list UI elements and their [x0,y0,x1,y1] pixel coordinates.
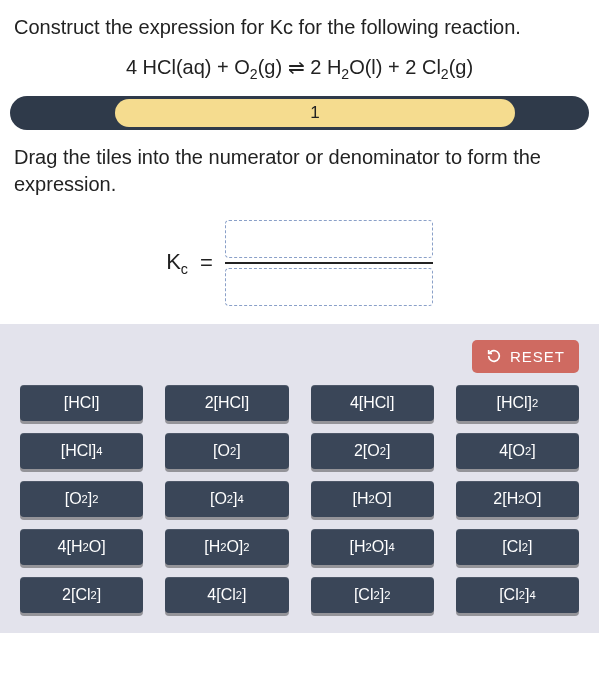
reset-button[interactable]: RESET [472,340,579,373]
tile-13[interactable]: [H2O]2 [165,529,288,565]
equals-sign: = [200,250,213,276]
instruction-text: Drag the tiles into the numerator or den… [0,136,599,212]
progress-bar: 1 [10,96,589,130]
tile-grid: [HCl]2[HCl]4[HCl][HCl]2[HCl]4[O2]2[O2]4[… [20,385,579,613]
kc-sub: c [181,261,188,277]
reaction-lhs2-sub: 2 [250,66,258,82]
progress-value: 1 [115,99,515,127]
tile-11[interactable]: 2[H2O] [456,481,579,517]
denominator-dropzone[interactable] [225,268,433,306]
question-text: Construct the expression for Kc for the … [0,0,599,49]
reset-label: RESET [510,348,565,365]
reaction-rhs1-sub: 2 [341,66,349,82]
tile-18[interactable]: [Cl2]2 [311,577,434,613]
reaction-equation: 4 HCl(aq) + O2(g) ⇌ 2 H2O(l) + 2 Cl2(g) [0,49,599,92]
reaction-rhs2-coef: 2 [405,56,422,78]
reaction-rhs2-state: (g) [449,56,473,78]
kc-base: K [166,249,181,274]
tile-14[interactable]: [H2O]4 [311,529,434,565]
tile-3[interactable]: [HCl]2 [456,385,579,421]
tile-15[interactable]: [Cl2] [456,529,579,565]
fraction-line [225,262,433,264]
tile-19[interactable]: [Cl2]4 [456,577,579,613]
reaction-rhs2: Cl [422,56,441,78]
reaction-lhs1-coef: 4 [126,56,143,78]
fraction [225,220,433,306]
reaction-plus1: + [211,56,234,78]
tile-17[interactable]: 4[Cl2] [165,577,288,613]
undo-icon [486,348,502,364]
tile-7[interactable]: 4[O2] [456,433,579,469]
kc-label: Kc [166,249,188,277]
tile-5[interactable]: [O2] [165,433,288,469]
reaction-lhs2: O [234,56,250,78]
tile-1[interactable]: 2[HCl] [165,385,288,421]
reaction-rhs1: H [327,56,341,78]
tile-6[interactable]: 2[O2] [311,433,434,469]
tile-4[interactable]: [HCl]4 [20,433,143,469]
tile-10[interactable]: [H2O] [311,481,434,517]
tile-12[interactable]: 4[H2O] [20,529,143,565]
reaction-rhs2-sub: 2 [441,66,449,82]
tile-9[interactable]: [O2]4 [165,481,288,517]
tile-0[interactable]: [HCl] [20,385,143,421]
reaction-plus2: + [382,56,405,78]
numerator-dropzone[interactable] [225,220,433,258]
reaction-lhs1: HCl(aq) [143,56,212,78]
reaction-lhs2-state: (g) [258,56,282,78]
expression-builder: Kc = [0,212,599,324]
tile-2[interactable]: 4[HCl] [311,385,434,421]
reaction-rhs1-coef: 2 [310,56,327,78]
tiles-panel: RESET [HCl]2[HCl]4[HCl][HCl]2[HCl]4[O2]2… [0,324,599,633]
reaction-rhs1-rest: O(l) [349,56,382,78]
equilibrium-arrow-icon: ⇌ [282,56,310,78]
tile-16[interactable]: 2[Cl2] [20,577,143,613]
tile-8[interactable]: [O2]2 [20,481,143,517]
